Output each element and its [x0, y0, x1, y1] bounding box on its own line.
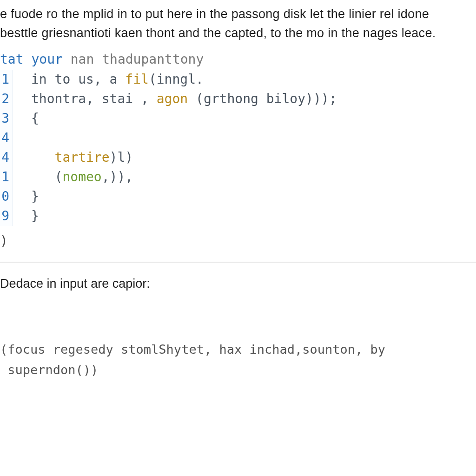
- code-header: tat your nan thadupanttony: [0, 45, 476, 70]
- lower-code-group-string: (Yur name dge or oletn femar's corture p…: [0, 473, 476, 476]
- code-block: 1 2 3 4 4 1 0 9 in to us, a fil(inngl. t…: [0, 70, 476, 240]
- line-number: 9: [0, 206, 9, 226]
- tok: }: [31, 189, 39, 204]
- tok: tartire: [55, 150, 110, 165]
- lower-code-group: (focus regesedy stomlShytet, hax inchad,…: [0, 339, 476, 379]
- tok: agon: [157, 91, 188, 106]
- lower-code-block: (focus regesedy stomlShytet, hax inchad,…: [0, 299, 476, 476]
- code-line: }: [31, 187, 476, 206]
- tok: nomeo: [62, 169, 101, 185]
- line-number: 4: [0, 148, 9, 167]
- code-line: thontra, stai , agon (grthong biloy)));: [31, 89, 476, 109]
- intro-paragraph: e fuode ro the mplid in to put here in t…: [0, 0, 476, 45]
- line-number: 1: [0, 70, 9, 89]
- line-number: 2: [0, 89, 9, 109]
- trailing-paren: ): [0, 233, 476, 249]
- tok: .: [196, 72, 204, 87]
- tok: )l): [110, 150, 133, 165]
- tok: )));: [305, 91, 337, 106]
- type-token: your: [31, 52, 62, 67]
- tok: thontra: [31, 91, 86, 106]
- tok: ,: [133, 91, 157, 106]
- code-line: tartire)l): [31, 148, 476, 167]
- tok: grthong biloy: [204, 91, 305, 106]
- line-number: 3: [0, 109, 9, 128]
- code-line: (nomeo,)),: [31, 167, 476, 187]
- code-lines[interactable]: in to us, a fil(inngl. thontra, stai , a…: [13, 70, 476, 226]
- code-line: [31, 128, 476, 148]
- tok: (: [188, 91, 204, 106]
- tok: stai: [102, 91, 133, 106]
- tok: fil: [125, 72, 149, 87]
- keyword-token: tat: [0, 52, 24, 67]
- line-number: 1: [0, 167, 9, 187]
- code-line: {: [31, 109, 476, 128]
- tok: ,: [86, 91, 102, 106]
- tok: (: [149, 72, 157, 87]
- tok: }: [31, 208, 39, 224]
- tok: inngl: [157, 72, 196, 87]
- ident-token: nan thadupanttony: [71, 52, 204, 67]
- code-line: in to us, a fil(inngl.: [31, 70, 476, 89]
- tok: in to us, a: [31, 72, 125, 87]
- tok: ,)),: [102, 169, 133, 185]
- line-number-gutter: 1 2 3 4 4 1 0 9: [0, 70, 13, 226]
- line-number: 0: [0, 187, 9, 206]
- tok: {: [31, 111, 39, 126]
- line-number: 4: [0, 128, 9, 148]
- lower-heading: Dedace in input are capior:: [0, 277, 476, 299]
- tok: (: [55, 169, 63, 185]
- code-line: }: [31, 206, 476, 226]
- lower-section: Dedace in input are capior: (focus reges…: [0, 263, 476, 476]
